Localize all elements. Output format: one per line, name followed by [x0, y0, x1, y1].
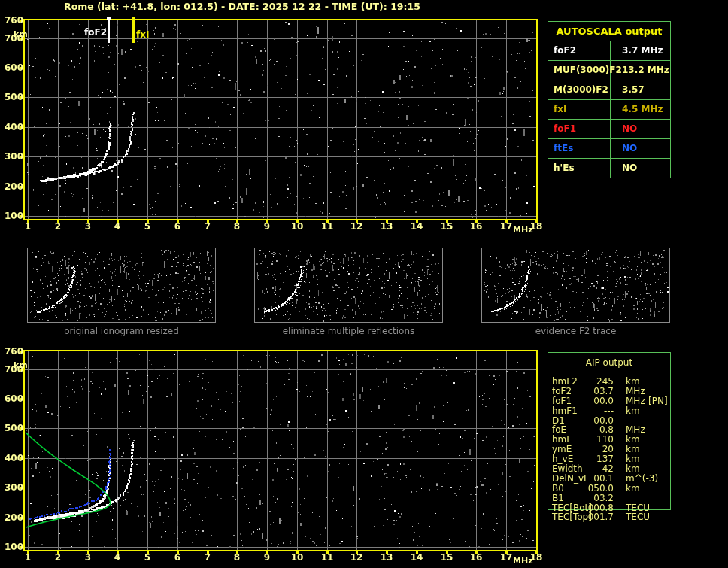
aip-row: foF100.0MHz[PN] — [548, 396, 675, 406]
x-tick-label: 14 — [407, 222, 426, 232]
y-tick-label: 600 — [2, 63, 23, 73]
aip-row: TEC[Top]001.7TECU — [548, 512, 675, 522]
y-tick-label: 760 — [2, 347, 23, 357]
x-tick-label: 6 — [168, 553, 187, 563]
x-tick-label: 17 — [496, 222, 516, 232]
autoscala-table-rows: foF23.7 MHzMUF(3000)F213.2 MHzM(3000)F23… — [548, 41, 670, 178]
x-tick-label: 5 — [138, 222, 157, 232]
x-tick-label: 2 — [48, 553, 68, 563]
y-tick-label: 700 — [2, 365, 23, 375]
aip-row-unit: km — [626, 406, 640, 415]
x-tick-label: 4 — [108, 222, 127, 232]
y-tick-label: 600 — [2, 394, 23, 404]
autoscala-row-label: fxI — [548, 100, 611, 119]
x-tick-label: 16 — [466, 222, 486, 232]
autoscala-row-label: foF1 — [548, 120, 611, 138]
autoscala-row: M(3000)F23.57 — [548, 80, 670, 99]
aip-row-label: B1 — [552, 494, 564, 503]
aip-row-value: 00.1 — [567, 474, 614, 483]
aip-row: DelN_vE00.1m^(-3) — [548, 474, 675, 484]
aip-table-rows: hmF2245kmfoF203.7MHzfoF100.0MHz[PN]hmF1-… — [548, 377, 675, 522]
aip-row-value: 0.8 — [567, 425, 614, 434]
fxi-marker-label: fxI — [136, 30, 149, 40]
autoscala-row-label: foF2 — [548, 41, 611, 60]
x-tick-label: 3 — [78, 553, 98, 563]
aip-row-unit: km — [626, 445, 640, 454]
x-tick-label: 10 — [287, 553, 307, 563]
autoscala-row-value: 13.2 MHz — [611, 61, 670, 80]
x-tick-label: 15 — [437, 553, 457, 563]
y-tick-label: 700 — [2, 34, 23, 44]
aip-row-unit: km — [626, 377, 640, 386]
aip-row-value: 137 — [567, 454, 614, 463]
autoscala-row-value: 4.5 MHz — [611, 100, 670, 119]
x-tick-label: 16 — [466, 553, 486, 563]
y-tick-label: 200 — [2, 182, 23, 192]
x-tick-label: 11 — [317, 222, 337, 232]
autoscala-row-value: NO — [611, 159, 670, 178]
panel-label-original: original ionogram resized — [27, 326, 216, 336]
x-tick-label: 18 — [526, 553, 546, 563]
aip-row-unit: MHz — [626, 425, 645, 434]
autoscala-row-label: MUF(3000)F2 — [548, 61, 611, 80]
autoscala-row-value: NO — [611, 139, 670, 158]
y-tick-label: 200 — [2, 513, 23, 523]
x-tick-label: 1 — [18, 222, 38, 232]
autoscala-row: ftEsNO — [548, 138, 670, 158]
x-tick-label: 10 — [287, 222, 307, 232]
aip-row-note: [PN] — [648, 396, 668, 405]
x-tick-label: 12 — [347, 553, 366, 563]
autoscala-output-table: AUTOSCALA output foF23.7 MHzMUF(3000)F21… — [548, 21, 671, 178]
x-tick-label: 17 — [496, 553, 516, 563]
aip-row-unit: km — [626, 435, 640, 444]
x-tick-label: 7 — [198, 553, 217, 563]
y-tick-label: 100 — [2, 542, 23, 552]
aip-row-value: 00.0 — [567, 416, 614, 425]
y-tick-label: 400 — [2, 454, 23, 463]
autoscala-row: h'EsNO — [548, 158, 670, 178]
x-tick-label: 4 — [108, 553, 127, 563]
aip-row-value: 001.7 — [567, 512, 614, 521]
aip-row-value: 050.0 — [567, 484, 614, 493]
y-tick-label: 500 — [2, 424, 23, 433]
panel-label-eliminate: eliminate multiple reflections — [254, 326, 443, 336]
autoscala-table-title: AUTOSCALA output — [548, 22, 670, 41]
aip-table-title: AIP output — [548, 353, 670, 372]
aip-row: hmF1---km — [548, 406, 675, 416]
aip-row-value: 20 — [567, 445, 614, 454]
aip-row-label: B0 — [552, 484, 564, 493]
aip-row: foF203.7MHz — [548, 387, 675, 396]
aip-row: hmF2245km — [548, 377, 675, 387]
panel-label-evidence: evidence F2 trace — [481, 326, 670, 336]
y-tick-label: 300 — [2, 152, 23, 162]
x-tick-label: 7 — [198, 222, 217, 232]
x-tick-label: 5 — [138, 553, 157, 563]
autoscala-row-label: ftEs — [548, 139, 611, 158]
y-tick-label: 100 — [2, 211, 23, 221]
aip-row-value: 110 — [567, 435, 614, 444]
aip-row-unit: TECU — [626, 503, 650, 512]
aip-row-label: foE — [552, 425, 566, 434]
page-title: Rome (lat: +41.8, lon: 012.5) - DATE: 20… — [64, 1, 420, 12]
autoscala-row-label: M(3000)F2 — [548, 80, 611, 99]
aip-row-value: --- — [567, 406, 614, 415]
aip-row-value: 245 — [567, 377, 614, 386]
autoscala-row: MUF(3000)F213.2 MHz — [548, 60, 670, 80]
aip-row-value: 000.8 — [567, 503, 614, 512]
autoscala-row: fxI4.5 MHz — [548, 99, 670, 119]
autoscala-row: foF23.7 MHz — [548, 41, 670, 60]
aip-row-unit: km — [626, 464, 640, 473]
fof2-marker-label: foF2 — [78, 28, 107, 38]
aip-row-unit: TECU — [626, 512, 650, 521]
x-tick-label: 11 — [317, 553, 337, 563]
x-tick-label: 8 — [227, 222, 247, 232]
aip-row: B103.2 — [548, 494, 675, 503]
y-tick-label: 760 — [2, 16, 23, 26]
x-tick-label: 8 — [227, 553, 247, 563]
x-tick-label: 2 — [48, 222, 68, 232]
x-tick-label: 18 — [526, 222, 546, 232]
x-tick-label: 3 — [78, 222, 98, 232]
aip-row-unit: m^(-3) — [626, 474, 658, 483]
autoscala-row-value: 3.7 MHz — [611, 41, 670, 60]
x-tick-label: 9 — [257, 222, 277, 232]
